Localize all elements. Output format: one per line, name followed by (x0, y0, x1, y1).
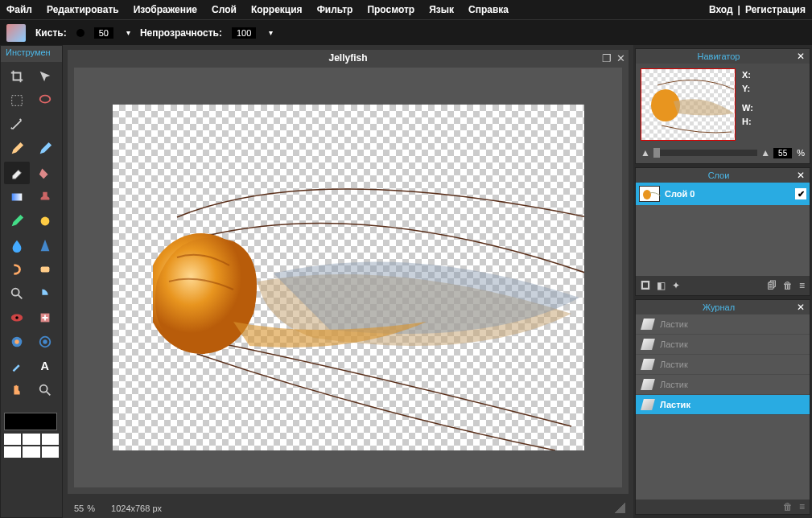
gradient-tool-icon[interactable] (4, 186, 30, 208)
opacity-value[interactable]: 100 (232, 27, 256, 39)
smudge-tool-icon[interactable] (4, 258, 30, 281)
burn-tool-icon[interactable] (32, 282, 58, 305)
menu-filter[interactable]: Фильтр (317, 4, 353, 15)
journal-item[interactable]: Ластик (636, 375, 810, 395)
menu-edit[interactable]: Редактировать (47, 4, 119, 15)
foreground-color[interactable] (4, 413, 57, 430)
move-tool-icon[interactable] (32, 65, 58, 88)
layer-styles-icon[interactable]: ✦ (672, 280, 680, 291)
close-icon[interactable]: ✕ (797, 170, 805, 181)
detach-icon[interactable]: ❐ (602, 52, 612, 64)
current-tool-icon[interactable] (6, 24, 26, 42)
resize-handle-icon[interactable] (614, 502, 625, 513)
menubar-right: Вход | Регистрация (709, 4, 806, 15)
color-preset[interactable] (42, 446, 59, 458)
crop-tool-icon[interactable] (4, 65, 30, 88)
zoom-slider-track[interactable] (653, 150, 757, 156)
journal-item[interactable]: Ластик (636, 314, 810, 335)
layer-visibility-checkbox[interactable]: ✔ (795, 188, 806, 199)
menu-layer[interactable]: Слой (212, 4, 237, 15)
eraser-icon (641, 319, 655, 330)
nav-x-label: X: (742, 68, 753, 82)
color-preset[interactable] (4, 446, 21, 458)
menu-language[interactable]: Язык (429, 4, 454, 15)
layer-new-icon[interactable]: 🗐 (767, 280, 777, 291)
layer-thumbnail[interactable] (639, 186, 660, 202)
svg-rect-0 (12, 96, 23, 106)
eraser-tool-icon[interactable] (4, 162, 30, 184)
zoom-tool-icon[interactable] (32, 379, 58, 401)
color-preset[interactable] (4, 434, 21, 445)
color-preset[interactable] (42, 434, 59, 445)
bloat-tool-icon[interactable] (4, 331, 30, 353)
eraser-icon (641, 379, 655, 390)
journal-item-label: Ластик (660, 339, 688, 349)
close-icon[interactable]: ✕ (616, 52, 625, 64)
zoom-in-icon[interactable]: ▲ (760, 147, 770, 158)
close-icon[interactable]: ✕ (797, 51, 805, 62)
opacity-dropdown-icon[interactable]: ▾ (269, 28, 273, 37)
menu-image[interactable]: Изображение (134, 4, 197, 15)
navigator-zoom-slider: ▲ ▲ 55 % (636, 146, 810, 163)
layer-settings-icon[interactable]: 🞐 (641, 280, 650, 291)
layer-delete-icon[interactable]: 🗑 (783, 280, 793, 291)
stamp-tool-icon[interactable] (32, 186, 58, 208)
journal-more-icon[interactable]: ≡ (799, 501, 805, 512)
brush-dropdown-icon[interactable]: ▾ (126, 28, 130, 37)
wand-tool-icon[interactable] (4, 113, 30, 136)
layer-mask-icon[interactable]: ◧ (657, 280, 666, 291)
navigator-info: X: Y: W: H: (742, 68, 753, 141)
pencil-tool-icon[interactable] (4, 138, 30, 160)
bucket-tool-icon[interactable] (32, 162, 58, 184)
eyedropper-tool-icon[interactable] (4, 355, 30, 377)
dodge-tool-icon[interactable] (4, 282, 30, 305)
layers-title: Слои (641, 171, 797, 180)
navigator-thumbnail[interactable] (641, 68, 736, 141)
svg-point-1 (40, 96, 51, 103)
replace-color-tool-icon[interactable] (4, 210, 30, 232)
layer-more-icon[interactable]: ≡ (799, 280, 805, 291)
blur-tool-icon[interactable] (4, 234, 30, 257)
close-icon[interactable]: ✕ (797, 302, 805, 313)
register-link[interactable]: Регистрация (745, 4, 806, 15)
sponge-tool-icon[interactable] (32, 258, 58, 281)
brush-tool-icon[interactable] (32, 138, 58, 160)
draw-tool-icon[interactable] (32, 210, 58, 232)
menu-file[interactable]: Файл (6, 4, 32, 15)
marquee-tool-icon[interactable] (4, 89, 30, 112)
zoom-out-icon[interactable]: ▲ (641, 147, 650, 158)
color-preset[interactable] (23, 434, 39, 445)
brush-preview-icon[interactable] (76, 29, 84, 37)
journal-delete-icon[interactable]: 🗑 (783, 501, 793, 512)
brush-size-value[interactable]: 50 (94, 27, 113, 39)
nav-zoom-value[interactable]: 55 (773, 148, 792, 158)
menu-view[interactable]: Просмотр (367, 4, 414, 15)
separator: | (738, 4, 740, 15)
journal-item[interactable]: Ластик (636, 355, 810, 375)
canvas[interactable] (113, 105, 584, 450)
login-link[interactable]: Вход (709, 4, 733, 15)
svg-point-17 (643, 190, 651, 199)
color-presets (4, 434, 59, 458)
redeye-tool-icon[interactable] (4, 306, 30, 329)
zoom-slider-handle[interactable] (653, 148, 660, 158)
nav-w-label: W: (742, 101, 753, 115)
menu-help[interactable]: Справка (468, 4, 509, 15)
journal-item[interactable]: Ластик (636, 335, 810, 355)
layer-row[interactable]: Слой 0 ✔ (636, 183, 810, 205)
menu-correction[interactable]: Коррекция (251, 4, 303, 15)
zoom-value: 55 (74, 504, 84, 513)
options-bar: Кисть: 50 ▾ Непрозрачность: 100 ▾ (0, 19, 812, 45)
pinch-tool-icon[interactable] (32, 331, 58, 353)
sharpen-tool-icon[interactable] (32, 234, 58, 257)
lasso-tool-icon[interactable] (32, 89, 58, 112)
spot-heal-tool-icon[interactable] (32, 306, 58, 329)
hand-tool-icon[interactable] (4, 379, 30, 401)
canvas-area[interactable] (74, 68, 622, 487)
color-preset[interactable] (23, 446, 39, 458)
nav-zoom-pct: % (797, 148, 805, 158)
journal-item[interactable]: Ластик (636, 395, 810, 415)
type-tool-icon[interactable]: A (32, 355, 58, 377)
canvas-window: Jellyfish ❐ ✕ (68, 50, 629, 494)
toolbox-title: Инструмен (1, 46, 62, 62)
